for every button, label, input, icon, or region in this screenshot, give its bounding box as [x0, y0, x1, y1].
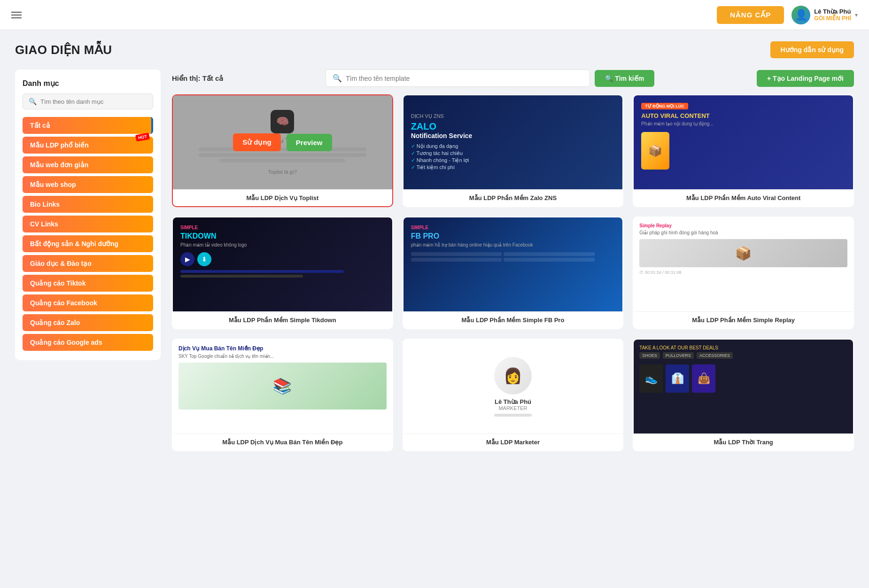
template-card-toplist[interactable]: 🧠 Dịch vụ Toplist Toplist là gì? Sử dụng…: [172, 94, 393, 207]
template-card-marketer[interactable]: 👩 Lê Thừa Phú MARKETER Sử dụng Preview M…: [403, 339, 624, 451]
header-right: NÂNG CẤP 👤 Lê Thừa Phú GÓI MIỄN PHÍ ▾: [717, 6, 858, 24]
template-card-autoviral[interactable]: TỰ ĐỘNG MỌI LÚC AUTO VIRAL CONTENT Phần …: [633, 94, 854, 207]
hamburger-menu[interactable]: [11, 12, 22, 18]
create-landing-page-button[interactable]: + Tạo Landing Page mới: [757, 70, 854, 87]
template-thumbnail-marketer: 👩 Lê Thừa Phú MARKETER Sử dụng Preview: [403, 340, 623, 433]
simplereplay-use-button[interactable]: Sử dụng: [694, 255, 742, 273]
sidebar-item-mau-web-shop[interactable]: Mẫu web shop: [23, 176, 153, 193]
fbpro-use-button[interactable]: Sử dụng: [464, 255, 512, 273]
fbpro-card-name: Mẫu LDP Phần Mềm Simple FB Pro: [403, 311, 623, 328]
guide-button[interactable]: Hướng dẫn sử dụng: [770, 41, 854, 58]
sidebar-item-cv-links[interactable]: CV Links: [23, 216, 153, 232]
sidebar-items: Tất cả Mẫu LDP phổ biến HOT Mẫu web đơn …: [23, 117, 153, 351]
marketer-use-button[interactable]: Sử dụng: [464, 378, 512, 395]
page-title: GIAO DIỆN MẪU: [15, 43, 112, 57]
template-card-fbpro[interactable]: SIMPLE FB PRO phần mềm hỗ trợ bán hàng o…: [403, 217, 624, 329]
template-card-tikdown[interactable]: SIMPLE TIKDOWN Phần mềm tải video không …: [172, 217, 393, 329]
template-thumbnail-tikdown: SIMPLE TIKDOWN Phần mềm tải video không …: [173, 217, 392, 311]
page-wrapper: GIAO DIỆN MẪU Hướng dẫn sử dụng Danh mục…: [0, 30, 869, 463]
search-bar: 🔍 🔍 Tìm kiếm: [326, 70, 654, 87]
sidebar-item-quang-cao-facebook[interactable]: Quảng cáo Facebook: [23, 294, 153, 311]
sidebar-item-giao-duc[interactable]: Giáo dục & Đào tạo: [23, 255, 153, 272]
template-thumbnail-fbpro: SIMPLE FB PRO phần mềm hỗ trợ bán hàng o…: [403, 217, 623, 311]
toplist-overlay: Sử dụng Preview: [173, 95, 392, 189]
nang-cap-button[interactable]: NÂNG CẤP: [717, 6, 784, 24]
template-grid: 🧠 Dịch vụ Toplist Toplist là gì? Sử dụng…: [172, 94, 854, 451]
header-left: [11, 12, 22, 18]
tikdown-preview-button[interactable]: Preview: [287, 256, 332, 273]
template-thumbnail-toplist: 🧠 Dịch vụ Toplist Toplist là gì? Sử dụng…: [173, 95, 392, 189]
header: NÂNG CẤP 👤 Lê Thừa Phú GÓI MIỄN PHÍ ▾: [0, 0, 869, 30]
sidebar-item-quang-cao-tiktok[interactable]: Quảng cáo Tiktok: [23, 275, 153, 292]
template-thumbnail-domain: Dịch Vụ Mua Bán Tên Miền Đẹp SKY Top Goo…: [173, 340, 392, 433]
domain-use-button[interactable]: Sử dụng: [233, 378, 281, 395]
template-thumbnail-autoviral: TỰ ĐỘNG MỌI LÚC AUTO VIRAL CONTENT Phần …: [634, 95, 853, 189]
sidebar-item-bio-links[interactable]: Bio Links: [23, 196, 153, 213]
sidebar-item-mau-ldp-pho-bien[interactable]: Mẫu LDP phổ biến HOT: [23, 137, 153, 154]
user-name: Lê Thừa Phú: [814, 8, 851, 15]
marketer-card-name: Mẫu LDP Marketer: [403, 433, 623, 450]
tikdown-use-button[interactable]: Sử dụng: [233, 255, 281, 273]
search-icon: 🔍: [333, 74, 342, 83]
toplist-card-name: Mẫu LDP Dịch Vụ Toplist: [173, 189, 392, 206]
toplist-preview-button[interactable]: Preview: [287, 134, 332, 151]
sidebar: Danh mục 🔍 Tất cả Mẫu LDP phổ biến HOT M…: [15, 70, 161, 360]
search-button[interactable]: 🔍 Tìm kiếm: [595, 70, 654, 87]
user-plan: GÓI MIỄN PHÍ: [814, 15, 851, 22]
main-content: Hiển thị: Tất cả 🔍 🔍 Tìm kiếm + Tạo Land…: [172, 70, 854, 451]
sidebar-item-quang-cao-zalo[interactable]: Quảng cáo Zalo: [23, 314, 153, 331]
autoviral-preview-button[interactable]: Preview: [747, 134, 793, 151]
autoviral-card-name: Mẫu LDP Phần Mềm Auto Viral Content: [634, 189, 853, 206]
user-info: Lê Thừa Phú GÓI MIỄN PHÍ: [814, 8, 851, 22]
marketer-preview-button[interactable]: Preview: [517, 378, 562, 395]
sidebar-item-quang-cao-google[interactable]: Quảng cáo Google ads: [23, 334, 153, 351]
chevron-down-icon: ▾: [855, 12, 858, 18]
user-area[interactable]: 👤 Lê Thừa Phú GÓI MIỄN PHÍ ▾: [791, 6, 858, 24]
fashion-use-button[interactable]: Sử dụng: [694, 378, 742, 395]
template-card-zalo[interactable]: DỊCH VỤ ZNS ZALO Notification Service Nộ…: [403, 94, 624, 207]
zalo-preview-button[interactable]: Preview: [517, 134, 562, 151]
simplereplay-card-name: Mẫu LDP Phần Mềm Simple Replay: [634, 311, 853, 328]
sidebar-item-mau-web-don-gian[interactable]: Mẫu web đơn giản: [23, 156, 153, 173]
sidebar-title: Danh mục: [23, 79, 153, 88]
template-card-simplereplay[interactable]: Simple Replay Giải pháp ghi hình đóng gó…: [633, 217, 854, 329]
domain-preview-button[interactable]: Preview: [287, 378, 332, 395]
template-card-domain[interactable]: Dịch Vụ Mua Bán Tên Miền Đẹp SKY Top Goo…: [172, 339, 393, 451]
fbpro-preview-button[interactable]: Preview: [517, 256, 562, 273]
template-search-input[interactable]: [346, 75, 583, 82]
template-thumbnail-fashion: TAKE A LOOK AT OUR BEST DEALS SHOES PULL…: [634, 340, 853, 433]
content-area: Danh mục 🔍 Tất cả Mẫu LDP phổ biến HOT M…: [15, 70, 854, 451]
zalo-card-name: Mẫu LDP Phần Mềm Zalo ZNS: [403, 189, 623, 206]
autoviral-use-button[interactable]: Sử dụng: [694, 133, 742, 151]
domain-card-name: Mẫu LDP Dịch Vụ Mua Bán Tên Miền Đẹp: [173, 433, 392, 450]
sidebar-search-input[interactable]: [40, 98, 147, 105]
toplist-use-button[interactable]: Sử dụng: [233, 133, 281, 151]
template-thumbnail-zalo: DỊCH VỤ ZNS ZALO Notification Service Nộ…: [403, 95, 623, 189]
template-thumbnail-simplereplay: Simple Replay Giải pháp ghi hình đóng gó…: [634, 217, 853, 311]
sidebar-search-wrap: 🔍: [23, 93, 153, 109]
sidebar-item-tat-ca[interactable]: Tất cả: [23, 117, 153, 134]
zalo-use-button[interactable]: Sử dụng: [464, 133, 512, 151]
avatar: 👤: [791, 6, 810, 24]
filter-bar: Hiển thị: Tất cả 🔍 🔍 Tìm kiếm + Tạo Land…: [172, 70, 854, 87]
search-input-wrap: 🔍: [326, 70, 590, 87]
page-header: GIAO DIỆN MẪU Hướng dẫn sử dụng: [15, 41, 854, 58]
filter-label: Hiển thị: Tất cả: [172, 74, 223, 83]
fashion-preview-button[interactable]: Preview: [747, 378, 793, 395]
search-icon: 🔍: [29, 98, 37, 105]
hot-badge: HOT: [135, 133, 150, 142]
simplereplay-preview-button[interactable]: Preview: [747, 256, 793, 273]
tikdown-card-name: Mẫu LDP Phần Mềm Simple Tikdown: [173, 311, 392, 328]
template-card-fashion[interactable]: TAKE A LOOK AT OUR BEST DEALS SHOES PULL…: [633, 339, 854, 451]
fashion-card-name: Mẫu LDP Thời Trang: [634, 433, 853, 450]
sidebar-item-bat-dong-san[interactable]: Bất động sản & Nghi dưỡng: [23, 235, 153, 252]
